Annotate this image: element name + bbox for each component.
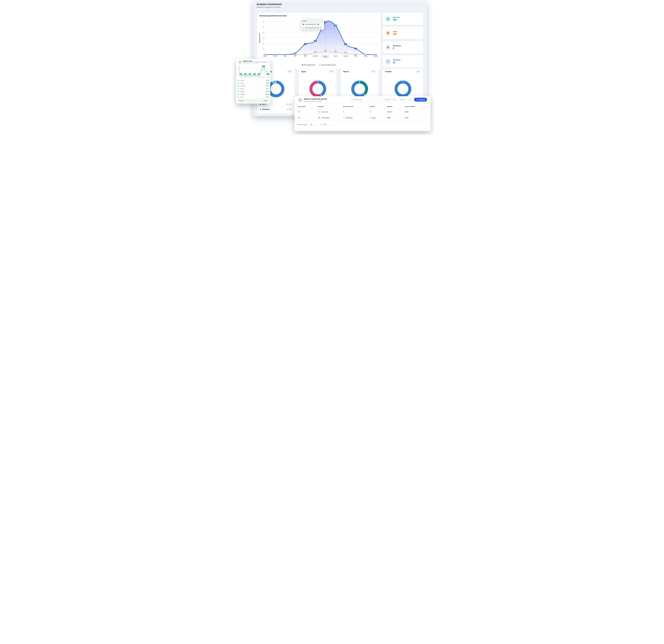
location-pin-icon <box>370 111 371 113</box>
age-donut-chart[interactable] <box>350 79 370 99</box>
x-tick-label: Janar <box>260 55 270 57</box>
x-tick-label: Nëntor <box>360 55 371 57</box>
data-label-chip: 53 <box>334 25 337 26</box>
y-tick-label: 20 <box>260 43 264 44</box>
data-label-chip: 3 <box>314 51 316 52</box>
cancellations-donut-chart[interactable] <box>393 79 413 99</box>
ekzistues-percent: 6.97% <box>287 108 292 110</box>
phone-icon <box>343 117 345 119</box>
to-date-placeholder: Deri më <box>400 99 404 100</box>
avatar: J <box>317 110 321 114</box>
column-header: BORXHI <box>387 106 392 107</box>
total-paid-amount: €0.00 <box>405 111 408 113</box>
tooltip-returning-dot <box>303 27 304 28</box>
calendar-icon <box>237 91 239 92</box>
previous-week-button[interactable]: ‹ <box>253 61 255 63</box>
items-per-page-value: 10 <box>310 124 312 125</box>
donut-title: Anulime <box>385 71 392 72</box>
y-tick-label: 40 <box>260 32 264 33</box>
weekly-day-row: E Diel€0.00 <box>237 96 269 99</box>
day-amount: €0.00 <box>266 91 269 92</box>
week-date-range: 23.06.2025 - 29.06.2025 <box>255 61 266 63</box>
column-header: ADRESA <box>370 106 375 107</box>
debt-amount: €8.00 <box>387 117 391 119</box>
calendar-icon <box>237 85 239 87</box>
patient-search-field[interactable] <box>350 98 381 101</box>
search-input[interactable] <box>354 99 380 100</box>
data-label-chip: 25 <box>314 40 317 42</box>
stat-label: Shërbime <box>393 59 400 61</box>
next-page-button[interactable]: › <box>332 123 335 126</box>
table-row[interactable]: 76JJohn Deo-€10.00€0.00 <box>294 109 431 115</box>
to-date-field[interactable]: Deri më <box>398 98 412 101</box>
page-title: Analytics Dashboard <box>256 3 282 6</box>
visits-document-icon <box>386 30 391 36</box>
monthly-appointments-card: Monthly Appointments Overview Appointmen… <box>257 13 381 69</box>
items-per-page-select[interactable]: 10 ▼ <box>309 123 315 126</box>
address-cell <box>370 111 372 113</box>
data-label-chip: 0 <box>304 53 306 56</box>
data-label-chip: 0 <box>294 53 296 56</box>
y-tick-label: 60 <box>260 21 264 22</box>
data-label-chip: 5 <box>324 49 327 51</box>
point-label-badge: 26 € <box>262 66 265 67</box>
calendar-icon <box>237 96 239 98</box>
legend-new-dot-icon <box>302 64 303 66</box>
y-tick-label: 10 € <box>237 72 240 73</box>
legend-new-appointments[interactable]: New Appointments <box>302 64 316 66</box>
location-pin-icon <box>370 117 371 119</box>
x-tick-label: Gusht <box>330 55 341 57</box>
contact-cell: 044971128 <box>343 117 352 119</box>
point-label-badge: 0 € <box>249 73 251 75</box>
calendar-icon <box>409 99 411 101</box>
search-icon <box>351 99 353 101</box>
export-button[interactable]: Eksporto <box>414 98 427 102</box>
chart-legend: New Appointments Returning Appointments <box>257 64 381 66</box>
y-tick-label: 15 € <box>237 70 240 71</box>
phone-number: - <box>346 111 346 113</box>
debt-report-card: € Raporti i borxhit për pacient Lista e … <box>294 96 431 131</box>
day-label: E Premte <box>240 91 245 92</box>
x-tick-label: Shkurt <box>270 55 281 57</box>
day-label: E Enjte <box>240 88 244 89</box>
legend-ekzistues[interactable]: Ekzistues 6.97% <box>260 107 292 112</box>
stat-value: 31 <box>393 61 400 64</box>
patients-icon <box>386 16 391 22</box>
previous-page-button[interactable]: ‹ <box>328 123 331 126</box>
x-tick-label: Shtator <box>340 55 351 57</box>
gender-donut-chart[interactable] <box>308 79 328 99</box>
table-row[interactable]: 42BBesa Gashi044971128Gjilan€8.00€5.00 <box>294 115 431 121</box>
stat-label: Pacienta <box>393 17 400 18</box>
x-tick-label: Dhjetor <box>371 55 381 57</box>
ekzistues-label: Ekzistues <box>262 108 270 110</box>
phone-icon <box>343 111 345 113</box>
from-date-field[interactable]: Nga data <box>383 98 396 101</box>
data-label-chip: 0 <box>284 53 286 56</box>
weekly-title: Raporti Javor <box>243 60 252 62</box>
te-ri-dot-icon <box>260 104 261 105</box>
x-tick-label: Prill <box>290 55 300 57</box>
x-tick-label: Tetor <box>350 55 361 57</box>
day-amount: €0.00 <box>266 82 269 84</box>
x-tick-label: Qershor <box>310 55 321 57</box>
patient-code: 42 <box>298 117 300 119</box>
patient-name: Besa Gashi <box>322 117 329 119</box>
legend-returning-appointments[interactable]: Returning Appointments <box>319 64 336 66</box>
weekly-day-row: E Premte€0.00 <box>237 90 269 93</box>
data-label-chip: 2 <box>345 51 347 53</box>
point-label-badge: 0 € <box>240 73 242 75</box>
point-label-badge: 0 € <box>244 73 247 75</box>
calendar-icon <box>393 99 395 101</box>
next-week-button[interactable]: › <box>267 61 269 63</box>
data-label-chip: 19 <box>304 43 307 45</box>
stat-value: 243 <box>393 33 397 36</box>
stat-card-perdorues: Përdorues 2 <box>383 41 423 53</box>
ekzistues-dot-icon <box>260 109 261 110</box>
data-label-chip: 59 <box>324 21 327 23</box>
stat-card-vizita: Vizita 243 <box>383 27 423 39</box>
tooltip-new-label: New Appointments: <box>305 24 316 25</box>
data-label-chip: 11 <box>354 48 357 49</box>
stat-card-sherbime: Shërbime 31 <box>383 55 423 68</box>
te-ri-label: Të ri <box>262 104 266 105</box>
y-tick-label: 30 <box>260 38 264 39</box>
